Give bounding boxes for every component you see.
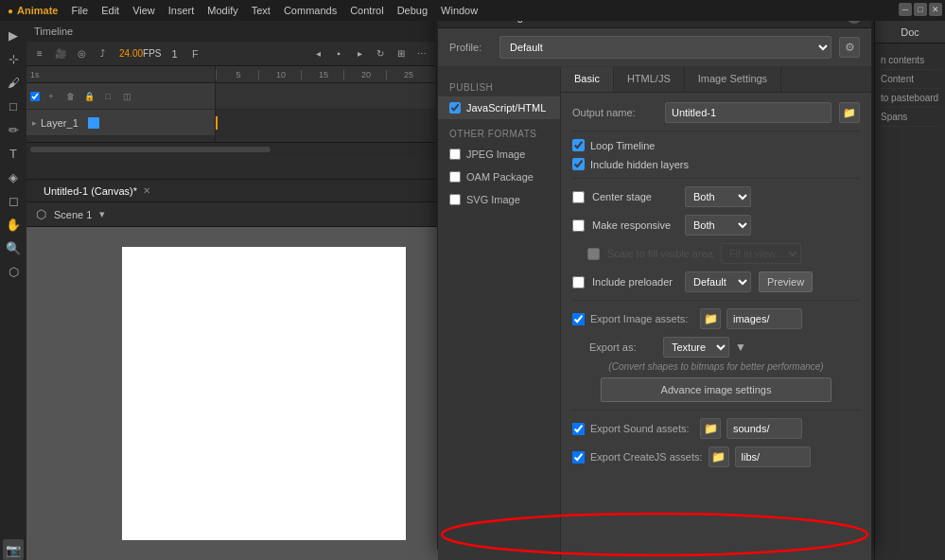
- menu-window[interactable]: Window: [441, 5, 478, 16]
- preview-btn[interactable]: Preview: [759, 271, 813, 292]
- profile-gear-btn[interactable]: ⚙: [839, 37, 860, 58]
- tool-transform[interactable]: ⊹: [3, 48, 24, 69]
- export-image-checkbox[interactable]: [572, 313, 585, 325]
- tl-next[interactable]: ▸: [352, 46, 367, 61]
- libs-path-input[interactable]: [735, 446, 811, 467]
- canvas-tabs: Untitled-1 (Canvas)* ✕: [26, 180, 500, 202]
- doc-tab[interactable]: Doc: [875, 21, 945, 44]
- output-folder-btn[interactable]: 📁: [839, 102, 860, 123]
- publish-jpeg[interactable]: JPEG Image: [438, 143, 560, 166]
- tl-loop[interactable]: ↻: [373, 46, 388, 61]
- tool-paint[interactable]: 🖌: [3, 72, 24, 93]
- export-createjs-checkbox[interactable]: [572, 451, 585, 464]
- center-stage-dropdown[interactable]: Both: [685, 186, 751, 207]
- tl-stop[interactable]: ▪: [331, 46, 346, 61]
- export-as-dropdown[interactable]: Texture: [663, 337, 729, 358]
- export-sound-folder-btn[interactable]: 📁: [700, 418, 721, 439]
- menu-insert[interactable]: Insert: [168, 5, 195, 16]
- layer-lock[interactable]: 🔒: [81, 89, 96, 104]
- layer-mask[interactable]: □: [100, 89, 115, 104]
- tools-panel: ▶ ⊹ 🖌 □ ✏ T ◈ ◻ ✋ 🔍 ⬡ 📷: [0, 21, 26, 560]
- tool-text[interactable]: T: [3, 143, 24, 164]
- scale-fill-checkbox[interactable]: [587, 248, 600, 260]
- export-image-folder-btn[interactable]: 📁: [700, 308, 721, 329]
- tab-basic[interactable]: Basic: [561, 67, 614, 92]
- layer-outline[interactable]: ◫: [119, 89, 134, 104]
- layer-visibility[interactable]: [30, 92, 40, 101]
- tool-eyedropper[interactable]: ⬡: [3, 261, 24, 282]
- publish-svg[interactable]: SVG Image: [438, 188, 560, 211]
- tl-layers-icon[interactable]: ≡: [32, 46, 47, 61]
- tl-onion-icon[interactable]: ◎: [74, 46, 89, 61]
- profile-select[interactable]: Default: [499, 36, 831, 59]
- output-name-input[interactable]: [665, 102, 831, 123]
- tab-close-btn[interactable]: ✕: [143, 185, 150, 196]
- loop-timeline-checkbox[interactable]: [572, 139, 585, 151]
- tl-prev[interactable]: ◂: [310, 46, 325, 61]
- menu-commands[interactable]: Commands: [284, 5, 337, 16]
- canvas-tab-main[interactable]: Untitled-1 (Canvas)* ✕: [34, 182, 160, 201]
- divider-3: [572, 300, 860, 301]
- layer-delete[interactable]: 🗑: [62, 89, 78, 104]
- win-maximize-btn[interactable]: □: [914, 3, 927, 16]
- svg-checkbox[interactable]: [449, 194, 461, 205]
- ruler-20: 20: [343, 70, 386, 79]
- menu-text[interactable]: Text: [252, 5, 271, 16]
- tl-graph-icon[interactable]: ⤴: [95, 46, 110, 61]
- tool-fill[interactable]: ◈: [3, 166, 24, 187]
- tl-more[interactable]: ⋯: [414, 46, 429, 61]
- win-minimize-btn[interactable]: ─: [899, 3, 912, 16]
- ruler-10: 10: [258, 70, 301, 79]
- layer-add[interactable]: +: [44, 89, 59, 104]
- right-item-3[interactable]: Spans: [879, 108, 941, 127]
- sounds-path-input[interactable]: [726, 418, 802, 439]
- export-sound-checkbox[interactable]: [572, 423, 585, 435]
- ruler-15: 15: [301, 70, 343, 79]
- right-panel-content: n contents Content to pasteboard Spans: [875, 44, 945, 134]
- timeline-scrollbar[interactable]: [30, 147, 271, 152]
- make-responsive-dropdown[interactable]: Both: [685, 215, 751, 236]
- tool-pen[interactable]: ✏: [3, 119, 24, 140]
- center-stage-checkbox[interactable]: [572, 191, 585, 203]
- export-createjs-folder-btn[interactable]: 📁: [709, 446, 729, 467]
- tab-image-settings[interactable]: Image Settings: [685, 67, 781, 92]
- advance-image-settings-btn[interactable]: Advance image settings: [601, 377, 831, 402]
- right-item-2[interactable]: to pasteboard: [879, 89, 941, 108]
- menu-file[interactable]: File: [71, 5, 88, 16]
- tl-settings[interactable]: ⊞: [394, 46, 409, 61]
- js-html-checkbox[interactable]: [449, 102, 461, 114]
- publish-oam[interactable]: OAM Package: [438, 166, 560, 188]
- tool-eraser[interactable]: ◻: [3, 190, 24, 211]
- tool-hand[interactable]: ✋: [3, 214, 24, 235]
- tl-camera-icon[interactable]: 🎥: [53, 46, 68, 61]
- timeline-panel: Timeline ≡ 🎥 ◎ ⤴ 24.00FPS 1 F ◂ ▪ ▸ ↻ ⊞ …: [26, 21, 435, 180]
- ruler-5: 5: [216, 70, 258, 79]
- include-hidden-checkbox[interactable]: [572, 158, 585, 170]
- right-item-1[interactable]: Content: [879, 70, 941, 89]
- tab-html-js[interactable]: HTML/JS: [614, 67, 685, 92]
- publish-js-html[interactable]: JavaScript/HTML: [438, 96, 560, 119]
- layer-color-indicator: [88, 117, 99, 129]
- loop-timeline-label: Loop Timeline: [590, 140, 656, 151]
- images-path-input[interactable]: [726, 308, 802, 329]
- menu-debug[interactable]: Debug: [397, 5, 428, 16]
- menu-view[interactable]: View: [132, 5, 155, 16]
- center-stage-label: Center stage: [592, 191, 677, 202]
- make-responsive-checkbox[interactable]: [572, 219, 585, 232]
- win-close-btn[interactable]: ✕: [929, 3, 942, 16]
- oam-checkbox[interactable]: [449, 171, 461, 183]
- right-item-0[interactable]: n contents: [879, 51, 941, 70]
- tool-zoom[interactable]: 🔍: [3, 237, 24, 258]
- include-hidden-label: Include hidden layers: [590, 159, 689, 170]
- tool-camera[interactable]: 📷: [3, 539, 24, 560]
- scene-dropdown-icon[interactable]: ▾: [99, 208, 105, 220]
- preloader-checkbox[interactable]: [572, 276, 585, 289]
- fps-value: 24.00: [119, 48, 143, 59]
- jpeg-checkbox[interactable]: [449, 149, 461, 160]
- menu-modify[interactable]: Modify: [207, 5, 237, 16]
- menu-edit[interactable]: Edit: [101, 5, 119, 16]
- tool-select[interactable]: ▶: [3, 25, 24, 45]
- preloader-dropdown[interactable]: Default: [685, 271, 751, 292]
- menu-control[interactable]: Control: [350, 5, 383, 16]
- tool-shape[interactable]: □: [3, 96, 24, 116]
